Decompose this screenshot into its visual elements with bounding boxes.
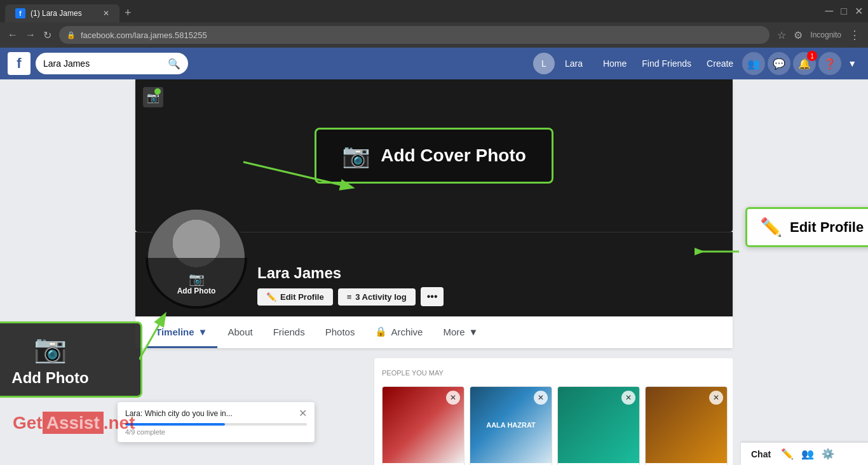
notification-text: Lara: Which city do you live in... bbox=[125, 409, 233, 418]
bookmark-icon[interactable]: ☆ bbox=[777, 29, 786, 41]
favicon: f bbox=[15, 8, 25, 18]
edit-icon: ✏️ bbox=[266, 292, 276, 302]
tab-timeline-label: Timeline bbox=[156, 327, 194, 337]
add-photo-label: Add Photo bbox=[177, 286, 216, 295]
activity-log-icon: ≡ bbox=[347, 292, 352, 302]
back-button[interactable]: ← bbox=[8, 29, 18, 41]
forward-button[interactable]: → bbox=[25, 29, 36, 41]
facebook-logo: f bbox=[8, 52, 31, 75]
reload-button[interactable]: ↻ bbox=[43, 29, 51, 41]
tab-close-button[interactable]: ✕ bbox=[103, 9, 109, 18]
tab-friends[interactable]: Friends bbox=[263, 318, 315, 348]
facebook-navbar: f 🔍 L Lara Home Find Friends Create 👥 💬 … bbox=[0, 48, 868, 79]
nav-chevron-icon[interactable]: ▼ bbox=[844, 55, 860, 72]
profile-info-bar: 📷 Add Photo 📷 Add Photo bbox=[135, 232, 733, 316]
tab-title: (1) Lara James bbox=[31, 9, 82, 18]
list-item: ✕ Azim Ansari MIT Muzaffarpur ... 👤+ Add… bbox=[382, 386, 465, 465]
list-item: ✕ Āzāđ Āñßāri Works at Padhai t... 👤+ Ad… bbox=[557, 386, 640, 465]
extensions-icon[interactable]: ⚙ bbox=[794, 29, 803, 41]
restore-button[interactable]: □ bbox=[841, 6, 847, 17]
tab-more[interactable]: More ▼ bbox=[433, 318, 488, 348]
watermark-net: .net bbox=[104, 413, 135, 433]
chat-label: Chat bbox=[751, 449, 771, 459]
activity-log-label: 3 Activity log bbox=[355, 292, 406, 302]
browser-controls: ← → ↻ 🔒 facebook.com/lara.james.5815255 … bbox=[0, 22, 868, 48]
camera-icon: 📷 bbox=[342, 142, 370, 169]
dismiss-suggestion-button[interactable]: ✕ bbox=[709, 391, 723, 405]
dismiss-suggestion-button[interactable]: ✕ bbox=[621, 391, 635, 405]
nav-help-icon-btn[interactable]: ❓ bbox=[818, 52, 841, 75]
more-options-button[interactable]: ••• bbox=[421, 287, 444, 306]
dismiss-suggestion-button[interactable]: ✕ bbox=[446, 391, 460, 405]
browser-action-buttons: ☆ ⚙ Incognito ⋮ bbox=[777, 28, 860, 42]
nav-notifications-icon-btn[interactable]: 🔔 1 bbox=[793, 52, 816, 75]
list-item: ✕ Ali Hasan Siwan, Bihar 👤+ Add Friend bbox=[645, 386, 728, 465]
browser-titlebar: f (1) Lara James ✕ + ─ □ ✕ bbox=[0, 0, 868, 22]
search-box[interactable]: 🔍 bbox=[36, 53, 188, 74]
nav-username[interactable]: Lara bbox=[559, 55, 589, 72]
edit-profile-label: Edit Profile bbox=[280, 292, 324, 302]
nav-create[interactable]: Create bbox=[700, 55, 740, 72]
tab-about[interactable]: About bbox=[217, 318, 262, 348]
list-item: AALA HAZRAT ✕ Garib Nawaz Noori 👤+ Add F… bbox=[470, 386, 552, 465]
tab-photos-label: Photos bbox=[325, 327, 355, 337]
right-column: PEOPLE YOU MAY PEOPLE YOU MAY KNOW See a… bbox=[374, 358, 733, 455]
tab-archive-label: Archive bbox=[391, 327, 423, 337]
tab-photos[interactable]: Photos bbox=[315, 318, 365, 348]
profile-avatar-wrap: 📷 Add Photo 📷 Add Photo bbox=[146, 207, 247, 309]
minimize-button[interactable]: ─ bbox=[825, 4, 834, 18]
profile-section: 📷 📷 Add Cover Photo bbox=[135, 79, 733, 348]
help-icon: ❓ bbox=[824, 58, 836, 70]
profile-actions: ✏️ Edit Profile ≡ 3 Activity log ••• ✏️ … bbox=[257, 287, 722, 306]
new-group-icon[interactable]: 👥 bbox=[801, 448, 814, 460]
new-tab-button[interactable]: + bbox=[119, 4, 137, 22]
profile-name: Lara James bbox=[257, 264, 722, 282]
nav-links: L Lara Home Find Friends Create 👥 💬 🔔 1 … bbox=[533, 52, 860, 75]
dismiss-suggestion-button[interactable]: ✕ bbox=[534, 391, 548, 405]
watermark: GetAssist.net bbox=[13, 413, 135, 433]
notification-popup: Lara: Which city do you live in... ✕ 4/9… bbox=[118, 402, 315, 442]
close-button[interactable]: ✕ bbox=[855, 5, 863, 17]
active-tab[interactable]: f (1) Lara James ✕ bbox=[5, 4, 119, 22]
chat-settings-icon[interactable]: ⚙️ bbox=[822, 448, 834, 460]
green-dot-indicator bbox=[154, 88, 161, 95]
nav-user[interactable]: L Lara bbox=[533, 53, 589, 74]
add-cover-text: Add Cover Photo bbox=[381, 145, 526, 166]
close-notification-button[interactable]: ✕ bbox=[299, 407, 307, 419]
add-photo-icon: 📷 bbox=[189, 271, 205, 286]
chat-action-buttons: ✏️ 👥 ⚙️ bbox=[781, 448, 834, 460]
incognito-label: Incognito bbox=[810, 30, 841, 39]
lock-icon: 🔒 bbox=[67, 31, 76, 39]
lock-icon: 🔒 bbox=[375, 326, 387, 337]
tab-timeline[interactable]: Timeline ▼ bbox=[146, 318, 217, 348]
activity-log-button[interactable]: ≡ 3 Activity log bbox=[338, 288, 416, 306]
watermark-get: Get bbox=[13, 413, 43, 433]
edit-profile-annotation-icon: ✏️ bbox=[760, 217, 782, 238]
add-photo-annotation-icon: 📷 bbox=[34, 333, 67, 364]
notification-badge: 1 bbox=[807, 51, 817, 61]
profile-nav-tabs: Timeline ▼ About Friends Photos 🔒 Archiv… bbox=[135, 316, 733, 348]
profile-name-area: Lara James ✏️ Edit Profile ≡ 3 Activity … bbox=[257, 264, 722, 309]
chat-bar[interactable]: Chat ✏️ 👥 ⚙️ bbox=[741, 442, 868, 465]
menu-icon[interactable]: ⋮ bbox=[849, 28, 860, 42]
edit-profile-button[interactable]: ✏️ Edit Profile bbox=[257, 288, 333, 306]
tab-more-label: More bbox=[443, 327, 465, 337]
add-cover-photo-button[interactable]: 📷 Add Cover Photo bbox=[315, 128, 553, 184]
add-photo-annotation-text: Add Photo bbox=[11, 369, 88, 387]
compose-message-icon[interactable]: ✏️ bbox=[781, 448, 794, 460]
nav-find-friends[interactable]: Find Friends bbox=[635, 55, 698, 72]
search-input[interactable] bbox=[43, 58, 163, 69]
messenger-icon: 💬 bbox=[773, 58, 785, 70]
watermark-assist: Assist bbox=[43, 412, 104, 434]
search-icon: 🔍 bbox=[168, 58, 180, 70]
address-bar[interactable]: 🔒 facebook.com/lara.james.5815255 bbox=[59, 26, 770, 44]
nav-avatar: L bbox=[533, 53, 555, 74]
nav-home[interactable]: Home bbox=[597, 55, 633, 72]
add-photo-overlay-button[interactable]: 📷 Add Photo bbox=[146, 258, 247, 309]
tab-more-chevron: ▼ bbox=[469, 327, 478, 337]
tab-friends-label: Friends bbox=[273, 327, 305, 337]
tab-archive[interactable]: 🔒 Archive bbox=[365, 317, 433, 348]
nav-friends-icon-btn[interactable]: 👥 bbox=[742, 52, 765, 75]
tab-about-label: About bbox=[227, 327, 252, 337]
nav-messenger-icon-btn[interactable]: 💬 bbox=[768, 52, 790, 75]
